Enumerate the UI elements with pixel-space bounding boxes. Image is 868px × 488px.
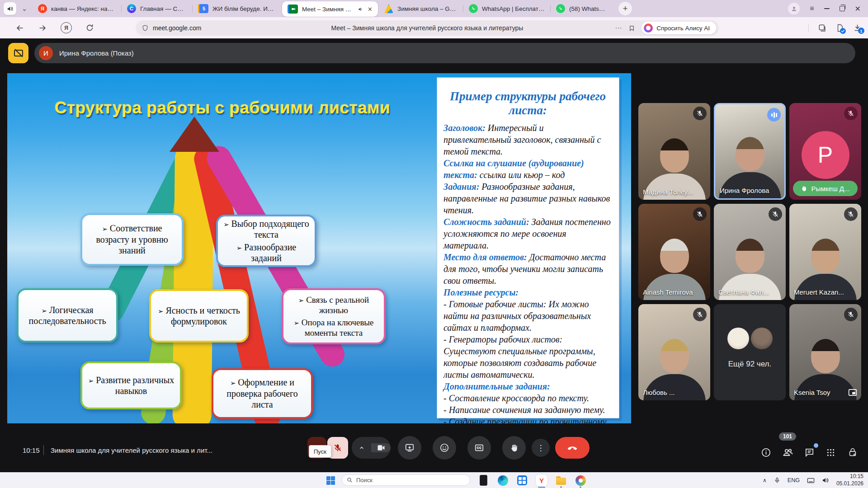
browser-menu-button[interactable]: ≡ (810, 5, 814, 13)
host-controls-button[interactable] (844, 444, 861, 460)
tab-drive[interactable]: Зимняя школа – Google Д (379, 0, 463, 17)
raise-hand-button[interactable] (502, 436, 526, 460)
participant-tile-speaking[interactable]: Ирина Фролова (714, 103, 786, 200)
tab-audio-icon[interactable] (358, 6, 363, 12)
tab-audio-mute-button[interactable] (4, 2, 16, 15)
presentation-warning-button[interactable] (8, 43, 28, 63)
bookmark-icon[interactable] (628, 25, 635, 32)
forward-icon[interactable] (38, 23, 47, 33)
language-indicator[interactable]: ENG (788, 477, 800, 483)
downloads-badge: 1 (858, 28, 864, 34)
browser-tab-bar: ⌄ Я канва — Яндекс: нашлась C Главная — … (0, 0, 868, 17)
browser-address-bar: Я meet.google.com Meet – Зимняя школа дл… (0, 17, 868, 38)
reload-icon[interactable] (85, 23, 94, 32)
page-saved-icon[interactable] (836, 23, 844, 33)
tab-whatsapp-58[interactable]: (58) WhatsApp (551, 0, 614, 17)
window-close-button[interactable]: ✕ (855, 5, 861, 13)
apps-grid-icon (826, 448, 835, 457)
mic-off-icon (333, 443, 342, 452)
mic-off-icon (693, 207, 707, 221)
activities-button[interactable] (822, 444, 839, 460)
participant-tile[interactable]: Meruert Kazan... (789, 204, 861, 300)
participant-tile[interactable]: Мадина Толеу... (638, 103, 710, 200)
camera-options-chevron[interactable] (352, 445, 371, 450)
new-tab-button[interactable]: + (618, 2, 632, 15)
taskbar-clock[interactable]: 10:15 05.01.2026 (836, 473, 863, 487)
tab-label: Зимняя школа – Google Д (397, 5, 458, 12)
info-icon (761, 447, 771, 458)
meeting-info-button[interactable] (758, 444, 774, 460)
tray-chevron[interactable]: ∧ (763, 477, 767, 483)
whatsapp-favicon (556, 4, 565, 13)
captions-button[interactable] (467, 436, 491, 460)
taskbar-app-edge[interactable] (497, 474, 509, 486)
alice-icon (644, 23, 653, 33)
tab-list-chevron[interactable]: ⌄ (18, 2, 31, 15)
running-app-dot (560, 486, 562, 488)
leave-call-button[interactable] (555, 437, 590, 459)
taskbar-app-explorer[interactable] (555, 474, 567, 486)
taskbar-app-store[interactable] (516, 474, 528, 486)
slide-title: Структура работы с рабочими листами (46, 99, 399, 117)
shield-icon[interactable] (142, 24, 149, 32)
tab-whatsapp-web[interactable]: WhatsApp | Бесплатный з (463, 0, 550, 17)
present-screen-button[interactable] (398, 436, 421, 460)
tab-yandex-search[interactable]: Я канва — Яндекс: нашлась (33, 0, 121, 17)
hangup-icon (566, 442, 578, 454)
yandex-home-button[interactable]: Я (61, 22, 72, 33)
taskbar-search[interactable]: Поиск (342, 474, 470, 486)
slides-favicon: 5 (198, 4, 208, 13)
diagram-box: Выбор подходящего текстаРазнообразие зад… (216, 215, 316, 267)
participant-tile[interactable]: Ainash Temirova (638, 204, 710, 300)
taskbar-app-device[interactable] (477, 474, 489, 486)
toolbar-divider (808, 23, 809, 33)
page-title: Meet – Зимняя школа для учителей русског… (331, 24, 524, 32)
reactions-button[interactable] (433, 436, 456, 460)
camera-glyph (291, 7, 296, 11)
volume-icon[interactable] (822, 477, 829, 484)
camera-on-icon[interactable] (371, 443, 391, 452)
more-participants-tile[interactable]: Ещё 92 чел. (714, 304, 786, 400)
tab-meet-active[interactable]: Meet – Зимняя школ ✕ (282, 1, 378, 17)
touch-keyboard-icon[interactable] (807, 477, 815, 484)
presenter-avatar: И (39, 46, 53, 60)
taskbar-app-browser2[interactable] (575, 474, 586, 486)
yandex-browser-icon: Y (536, 474, 547, 486)
taskbar-app-yandex-active[interactable]: Y (536, 474, 547, 486)
window-controls: ≡ ✕ (788, 0, 868, 17)
more-participants-label: Ещё 92 чел. (714, 360, 786, 369)
participant-name: Светлана Фил... (718, 288, 769, 296)
tab-slides[interactable]: 5 ЖИ білім беруде. ИИ в об (193, 0, 281, 17)
drive-favicon (384, 4, 393, 13)
url-bar[interactable]: meet.google.com Meet – Зимняя школа для … (136, 20, 719, 36)
tray-mic-icon[interactable] (774, 477, 780, 483)
participants-button[interactable] (780, 444, 796, 460)
tab-label: ЖИ білім беруде. ИИ в об (212, 5, 276, 12)
presenting-banner[interactable]: И Ирина Фролова (Показ) (34, 43, 855, 63)
back-icon[interactable] (15, 23, 24, 33)
window-minimize-button[interactable] (824, 8, 830, 9)
collections-icon[interactable] (818, 23, 827, 33)
more-options-button[interactable]: ⋮ (532, 439, 550, 457)
downloads-button[interactable]: 1 (853, 23, 862, 32)
tab-label: Главная — Canva (140, 5, 187, 12)
participant-tile[interactable]: Р Рымкеш Д... (789, 103, 861, 200)
participant-tile[interactable]: Светлана Фил... (714, 204, 786, 300)
url-overflow-icon[interactable]: ⋯ (615, 24, 622, 32)
participant-tile[interactable]: Любовь ... (638, 304, 710, 400)
diagram-box: Развитие различных навыков (80, 361, 182, 409)
browser-profile-avatar[interactable] (788, 3, 800, 14)
camera-button[interactable] (352, 437, 391, 459)
ask-alice-button[interactable]: Спросить Алису AI (642, 22, 716, 34)
tab-close-icon[interactable]: ✕ (368, 6, 373, 13)
person-icon (791, 5, 797, 12)
pip-icon[interactable] (848, 389, 857, 396)
edge-icon (498, 475, 508, 486)
yandex-favicon: Я (38, 4, 47, 13)
window-restore-button[interactable] (840, 6, 845, 11)
participant-tile[interactable]: Ksenia Tsoy (789, 304, 861, 400)
tab-canva[interactable]: C Главная — Canva (122, 0, 192, 17)
phone-glyph (558, 6, 563, 11)
participant-name: Мадина Толеу... (643, 188, 693, 196)
start-button[interactable] (326, 476, 335, 485)
